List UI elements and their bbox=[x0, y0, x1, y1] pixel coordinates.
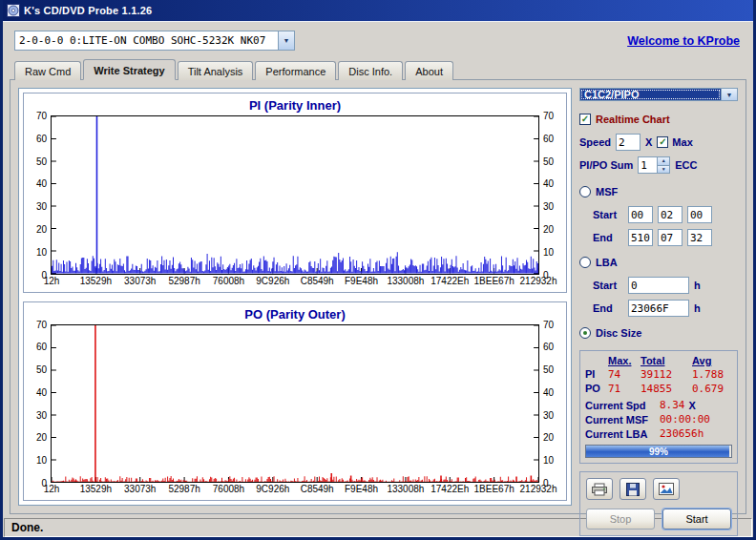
y-tick-label: 70 bbox=[36, 319, 47, 329]
x-tick-label: 1BEE67h bbox=[473, 276, 514, 286]
current-msf-value: 00:00:00 bbox=[660, 413, 710, 426]
y-tick-label: 30 bbox=[36, 201, 47, 212]
y-tick-label: 50 bbox=[543, 156, 554, 166]
pipo-sum-row: PI/PO Sum ▲ ▼ ECC bbox=[579, 156, 738, 174]
pipo-sum-input[interactable] bbox=[638, 156, 657, 174]
speed-input[interactable] bbox=[616, 134, 640, 151]
tab-raw-cmd[interactable]: Raw Cmd bbox=[14, 61, 81, 80]
x-tick-label: 9C926h bbox=[256, 276, 289, 286]
disc-size-radio[interactable]: Disc Size bbox=[579, 324, 738, 342]
msf-start-sec[interactable] bbox=[658, 206, 682, 223]
save-button[interactable] bbox=[620, 478, 646, 500]
x-tick-label: 76008h bbox=[213, 484, 244, 494]
y-tick-label: 50 bbox=[543, 364, 554, 375]
y-tick-label: 30 bbox=[543, 409, 554, 420]
msf-end-label: End bbox=[593, 232, 623, 243]
x-tick-label: 76008h bbox=[213, 276, 244, 286]
export-image-button[interactable] bbox=[653, 478, 680, 500]
msf-end-sec[interactable] bbox=[658, 229, 682, 246]
pi-y-axis-right: 010203040506070 bbox=[539, 115, 562, 275]
po-chart: PO (Parity Outer) 010203040506070 010203… bbox=[23, 301, 567, 502]
start-button[interactable]: Start bbox=[662, 509, 731, 530]
x-tick-label: 52987h bbox=[168, 484, 200, 494]
current-lba-value: 230656h bbox=[660, 427, 704, 440]
spin-down-icon[interactable]: ▼ bbox=[658, 165, 669, 174]
y-tick-label: 10 bbox=[36, 455, 47, 466]
msf-end-min[interactable] bbox=[628, 229, 653, 246]
x-tick-label: 33073h bbox=[124, 484, 156, 494]
stats-header-max: Max. bbox=[608, 355, 639, 366]
y-tick-label: 10 bbox=[543, 455, 554, 466]
tab-write-strategy[interactable]: Write Strategy bbox=[83, 59, 175, 80]
max-speed-checkbox[interactable]: ✓ Max bbox=[657, 134, 692, 151]
checkbox-check-icon: ✓ bbox=[657, 136, 668, 148]
pi-row-label: PI bbox=[585, 368, 606, 381]
y-tick-label: 40 bbox=[36, 178, 47, 189]
mode-select-value: C1C2/PIPO bbox=[580, 89, 721, 100]
po-y-axis-left: 010203040506070 bbox=[28, 324, 51, 484]
x-tick-label: F9E48h bbox=[345, 276, 378, 286]
print-button[interactable] bbox=[586, 478, 613, 500]
lba-start-input[interactable] bbox=[628, 277, 689, 294]
control-panel: C1C2/PIPO ▼ ✓ Realtime Chart Speed X ✓ M… bbox=[579, 88, 738, 506]
current-speed-label: Current Spd bbox=[585, 400, 656, 411]
mode-select[interactable]: C1C2/PIPO ▼ bbox=[579, 88, 738, 101]
msf-radio[interactable]: MSF bbox=[579, 183, 738, 200]
drive-select[interactable]: 2-0-0-0 0:LITE-ON COMBO SOHC-5232K NK07 … bbox=[14, 31, 295, 51]
po-chart-title: PO (Parity Outer) bbox=[28, 304, 562, 324]
dropdown-arrow-icon[interactable]: ▼ bbox=[278, 31, 294, 50]
x-tick-label: C8549h bbox=[301, 276, 334, 286]
x-tick-label: 133008h bbox=[387, 276, 424, 286]
po-row-label: PO bbox=[585, 383, 606, 395]
x-tick-label: 212932h bbox=[520, 276, 557, 286]
x-tick-label: 13529h bbox=[80, 484, 112, 494]
y-tick-label: 50 bbox=[36, 364, 47, 375]
y-tick-label: 30 bbox=[36, 409, 47, 420]
y-tick-label: 60 bbox=[543, 133, 554, 143]
y-tick-label: 70 bbox=[543, 111, 554, 121]
disc-size-label: Disc Size bbox=[596, 327, 641, 339]
y-tick-label: 60 bbox=[36, 342, 47, 352]
msf-start-frame[interactable] bbox=[687, 206, 712, 223]
x-tick-label: 1BEE67h bbox=[473, 484, 514, 494]
pi-plot bbox=[51, 115, 539, 275]
app-icon bbox=[7, 4, 20, 17]
y-tick-label: 70 bbox=[36, 111, 47, 121]
msf-start-min[interactable] bbox=[628, 206, 653, 223]
status-text: Done. bbox=[11, 521, 43, 534]
po-total-value: 14855 bbox=[640, 383, 690, 395]
current-msf-label: Current MSF bbox=[585, 414, 656, 426]
msf-end-frame[interactable] bbox=[687, 229, 712, 246]
lba-end-input[interactable] bbox=[628, 300, 689, 317]
tab-about[interactable]: About bbox=[405, 61, 453, 80]
tab-disc-info[interactable]: Disc Info. bbox=[338, 61, 403, 80]
charts-panel: PI (Parity Inner) 010203040506070 010203… bbox=[18, 88, 572, 506]
speed-x-label: X bbox=[645, 136, 652, 148]
lba-start-unit: h bbox=[694, 280, 701, 291]
y-tick-label: 30 bbox=[543, 201, 554, 212]
dropdown-arrow-icon[interactable]: ▼ bbox=[721, 89, 737, 100]
welcome-link[interactable]: Welcome to KProbe bbox=[627, 34, 740, 48]
checkbox-check-icon: ✓ bbox=[579, 114, 591, 125]
tab-strip: Raw Cmd Write Strategy Tilt Analysis Per… bbox=[3, 61, 753, 80]
y-tick-label: 20 bbox=[36, 432, 47, 443]
window-title: K's CD/DVD Probe 1.1.26 bbox=[24, 5, 152, 16]
realtime-chart-checkbox[interactable]: ✓ Realtime Chart bbox=[579, 111, 738, 128]
x-tick-label: 13529h bbox=[80, 276, 112, 286]
titlebar[interactable]: K's CD/DVD Probe 1.1.26 bbox=[3, 0, 753, 21]
y-tick-label: 20 bbox=[543, 223, 554, 234]
stop-button[interactable]: Stop bbox=[586, 509, 655, 530]
lba-end-label: End bbox=[593, 302, 623, 314]
po-avg-value: 0.679 bbox=[692, 383, 732, 395]
tab-tilt-analysis[interactable]: Tilt Analysis bbox=[178, 61, 254, 80]
stats-group: Max. Total Avg PI 74 39112 1.788 PO 71 1… bbox=[579, 350, 738, 464]
radio-icon bbox=[579, 186, 591, 197]
spin-up-icon[interactable]: ▲ bbox=[658, 157, 669, 165]
y-tick-label: 60 bbox=[36, 133, 47, 143]
pipo-sum-stepper[interactable]: ▲ ▼ bbox=[638, 156, 670, 174]
current-lba-label: Current LBA bbox=[585, 428, 656, 440]
pi-max-value: 74 bbox=[608, 368, 639, 381]
lba-radio[interactable]: LBA bbox=[579, 254, 738, 271]
tab-performance[interactable]: Performance bbox=[255, 61, 336, 80]
y-tick-label: 40 bbox=[36, 386, 47, 397]
